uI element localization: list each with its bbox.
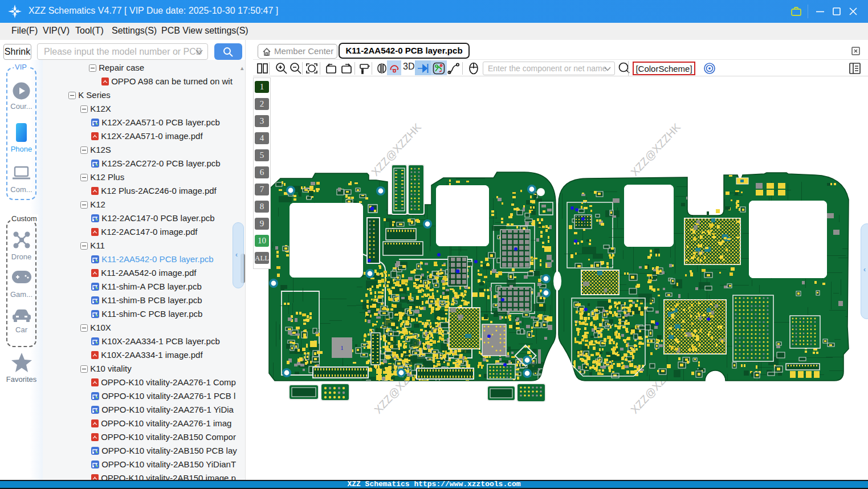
svg-text:XZZ@XZZHK: XZZ@XZZHK xyxy=(629,121,683,178)
svg-text:1: 1 xyxy=(340,344,344,351)
